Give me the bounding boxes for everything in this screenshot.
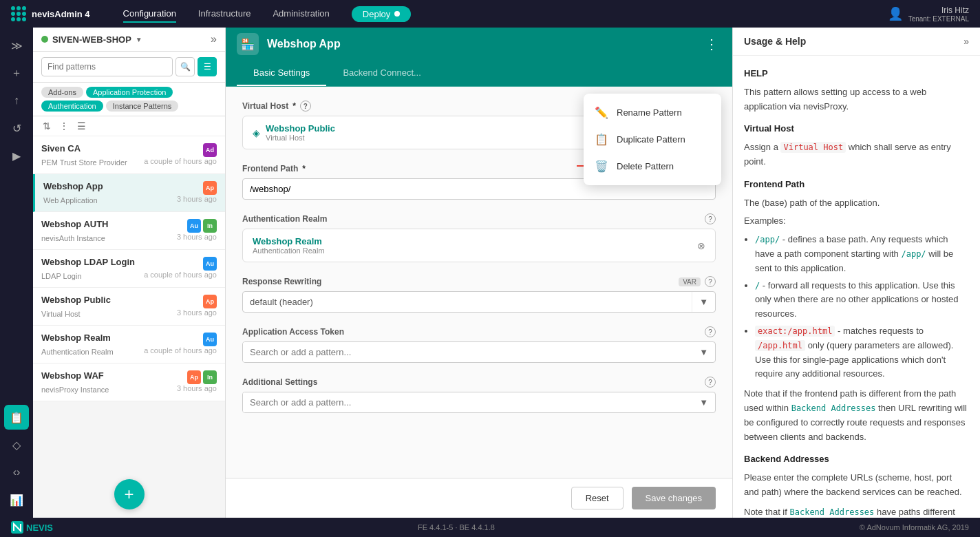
sidebar-code-icon[interactable]: ‹› <box>4 460 29 485</box>
deploy-status-dot <box>394 11 400 17</box>
app-access-token-arrow-icon[interactable]: ▼ <box>692 342 715 362</box>
deploy-button[interactable]: Deploy <box>352 6 411 22</box>
pattern-name: Webshop Realm <box>41 333 111 343</box>
nav-infrastructure[interactable]: Infrastructure <box>198 6 251 23</box>
pattern-item-webshop-waf[interactable]: Webshop WAF Ap In nevisProxy Instance 3 … <box>33 364 225 401</box>
sidebar-upload-icon[interactable]: ↑ <box>4 88 29 113</box>
user-tenant: Tenant: EXTERNAL <box>908 15 969 23</box>
sidebar-add-icon[interactable]: ＋ <box>4 61 29 85</box>
ctx-duplicate-item[interactable]: 📋 Duplicate Pattern <box>584 126 721 153</box>
badge-in: In <box>203 370 217 384</box>
form-footer: Reset Save changes <box>226 478 732 518</box>
host-type: Virtual Host <box>266 134 335 142</box>
response-rewriting-help-icon[interactable]: ? <box>705 276 716 287</box>
badge-au: Au <box>203 257 217 271</box>
badge-ad: Ad <box>203 143 217 157</box>
help-expand-icon[interactable]: » <box>963 36 969 47</box>
response-rewriting-label: Response Rewriting <box>242 277 321 286</box>
required-star-path: * <box>302 164 306 173</box>
sidebar-refresh-icon[interactable]: ↺ <box>4 116 29 140</box>
add-pattern-button[interactable]: + <box>114 479 145 509</box>
app-access-token-help-icon[interactable]: ? <box>705 326 716 337</box>
help-backend-note: Note that if Backend Addresses have path… <box>744 505 969 518</box>
form-section-response-rewriting: Response Rewriting VAR ? default (header… <box>242 276 716 313</box>
rename-icon: ✏️ <box>595 106 608 119</box>
user-name: Iris Hitz <box>908 6 969 15</box>
help-frontend-path-text: The (base) path of the application. <box>744 196 969 211</box>
virtual-host-help-icon[interactable]: ? <box>300 101 311 112</box>
shop-chevron-icon[interactable]: ▼ <box>136 36 142 43</box>
pattern-item-webshop-auth[interactable]: Webshop AUTH Au In nevisAuth Instance 3 … <box>33 212 225 250</box>
sidebar-clipboard-icon[interactable]: 📋 <box>4 405 29 430</box>
auth-realm-help-icon[interactable]: ? <box>705 213 716 224</box>
additional-settings-input[interactable]: ▼ <box>242 392 716 413</box>
badge-ap: Ap <box>203 181 217 195</box>
tag-app-protection[interactable]: Application Protection <box>86 87 173 98</box>
additional-settings-search[interactable] <box>243 392 692 412</box>
realm-clear-button[interactable]: ⊗ <box>697 240 705 251</box>
pattern-item-webshop-public[interactable]: Webshop Public Ap Virtual Host 3 hours a… <box>33 288 225 326</box>
sidebar-tag-icon[interactable]: ◇ <box>4 432 29 457</box>
pattern-name: Webshop App <box>43 181 103 191</box>
pattern-item-webshop-app[interactable]: Webshop App Ap Web Application 3 hours a… <box>33 174 225 212</box>
tab-basic-settings[interactable]: Basic Settings <box>237 61 326 86</box>
form-section-auth-realm: Authentication Realm ? Webshop Realm Aut… <box>242 213 716 262</box>
var-badge-rewriting: VAR <box>679 277 701 286</box>
pattern-time: 3 hours ago <box>177 308 217 318</box>
more-button[interactable]: ⋮ <box>58 119 70 133</box>
sidebar-play-icon[interactable]: ▶ <box>4 143 29 168</box>
tag-instance-patterns[interactable]: Instance Patterns <box>106 101 179 112</box>
response-rewriting-value: default (header) <box>243 292 692 312</box>
response-rewriting-arrow-icon[interactable]: ▼ <box>692 292 715 312</box>
help-title: Usage & Help <box>744 36 806 47</box>
auth-realm-card[interactable]: Webshop Realm Authentication Realm ⊗ <box>242 229 716 262</box>
virtual-host-label: Virtual Host <box>242 101 288 111</box>
shop-name: SIVEN-WEB-SHOP <box>52 34 131 45</box>
tag-authentication[interactable]: Authentication <box>41 101 103 112</box>
additional-settings-arrow-icon[interactable]: ▼ <box>692 392 715 412</box>
icon-sidebar: ≫ ＋ ↑ ↺ ▶ 📋 ◇ ‹› 📊 <box>0 28 33 518</box>
response-rewriting-select[interactable]: default (header) ▼ <box>242 291 716 313</box>
tag-addons[interactable]: Add-ons <box>41 87 83 98</box>
help-frontend-path-title: Frontend Path <box>744 178 969 192</box>
content-menu-button[interactable]: ⋮ <box>702 33 721 55</box>
pattern-type: nevisAuth Instance <box>41 234 105 242</box>
context-menu: ✏️ Rename Pattern 📋 Duplicate Pattern 🗑️… <box>584 94 721 185</box>
help-intro: This pattern allows setting up access to… <box>744 85 969 114</box>
app-access-token-search[interactable] <box>243 342 692 362</box>
content-area: 🏪 Webshop App ⋮ Basic Settings Backend C… <box>226 28 732 518</box>
help-backend-text: Please enter the complete URLs (scheme, … <box>744 471 969 500</box>
pattern-item-siven-ca[interactable]: Siven CA Ad PEM Trust Store Provider a c… <box>33 136 225 174</box>
filter-button[interactable]: ☰ <box>198 57 217 76</box>
panel-expand-icon[interactable]: » <box>211 33 217 45</box>
ctx-delete-item[interactable]: 🗑️ Delete Pattern <box>584 153 721 180</box>
save-button[interactable]: Save changes <box>632 487 716 509</box>
app-access-token-input[interactable]: ▼ <box>242 341 716 363</box>
pattern-time: 3 hours ago <box>177 195 217 204</box>
ctx-rename-item[interactable]: ✏️ Rename Pattern <box>584 99 721 126</box>
nav-configuration[interactable]: Configuration <box>123 6 176 23</box>
badge-au: Au <box>187 219 201 233</box>
search-input[interactable] <box>41 57 173 76</box>
nav-administration[interactable]: Administration <box>273 6 329 23</box>
pattern-item-webshop-ldap[interactable]: Webshop LDAP Login Au LDAP Login a coupl… <box>33 250 225 288</box>
view-button[interactable]: ☰ <box>76 119 87 133</box>
additional-settings-help-icon[interactable]: ? <box>705 377 716 388</box>
top-nav-links: Configuration Infrastructure Administrat… <box>123 6 871 23</box>
sidebar-chart-icon[interactable]: 📊 <box>4 487 29 512</box>
reset-button[interactable]: Reset <box>571 487 624 509</box>
pattern-item-webshop-realm[interactable]: Webshop Realm Au Authentication Realm a … <box>33 326 225 364</box>
search-button[interactable]: 🔍 <box>175 57 195 76</box>
tabs-row: Basic Settings Backend Connect... <box>226 61 732 87</box>
help-section-help: HELP <box>744 67 969 81</box>
frontend-path-label: Frontend Path <box>242 164 298 173</box>
status-dot <box>41 36 48 43</box>
ctx-delete-label: Delete Pattern <box>617 161 674 171</box>
sort-button[interactable]: ⇅ <box>41 119 52 133</box>
pattern-name: Webshop Public <box>41 295 111 305</box>
pattern-time: a couple of hours ago <box>144 157 217 167</box>
tab-backend-connect[interactable]: Backend Connect... <box>326 61 437 86</box>
pattern-name: Webshop AUTH <box>41 219 109 229</box>
sidebar-expand-icon[interactable]: ≫ <box>4 33 29 58</box>
content-title: Webshop App <box>267 38 694 50</box>
